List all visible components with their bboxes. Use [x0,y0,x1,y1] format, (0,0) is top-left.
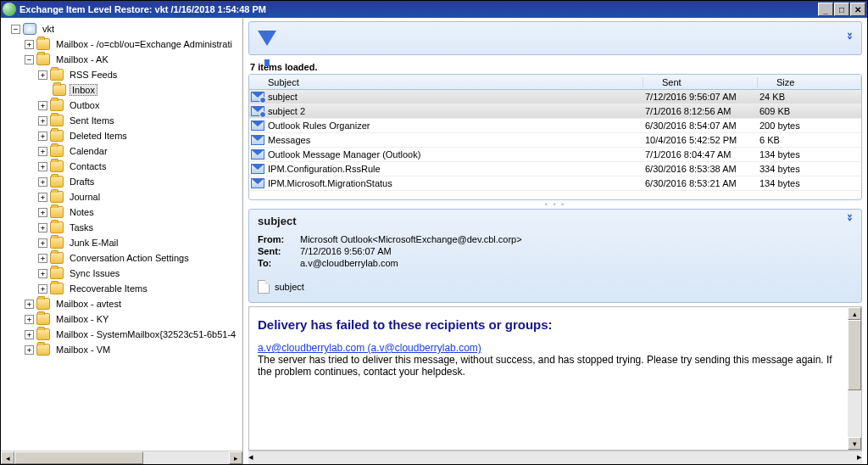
tree-horizontal-scrollbar[interactable]: ◂ ▸ [1,451,242,464]
minimize-button[interactable]: _ [818,3,833,16]
tree-item-sent[interactable]: + Sent Items [4,113,242,128]
tree-label: Mailbox - AK [53,53,111,65]
expander-icon[interactable]: + [38,193,47,202]
expander-icon[interactable]: + [25,300,34,309]
cell-sent: 6/30/2016 8:53:38 AM [645,164,760,174]
folder-tree[interactable]: − vkt + Mailbox - /o=cbl/ou=Exchange Adm… [1,18,242,451]
expander-icon[interactable]: + [38,284,47,294]
scroll-up-icon[interactable]: ▴ [848,307,861,320]
cell-size: 334 bytes [760,164,861,174]
tree-label: Contacts [67,160,108,172]
folder-icon [50,237,64,249]
tree-item-contacts[interactable]: + Contacts [4,159,242,174]
table-row[interactable]: Messages10/4/2016 5:42:52 PM6 KB [249,133,861,148]
expander-icon[interactable]: + [25,345,34,355]
expander-icon[interactable]: + [38,101,47,110]
tree-item-notes[interactable]: + Notes [4,204,242,220]
expander-icon[interactable]: + [25,40,34,49]
table-row[interactable]: Outlook Rules Organizer6/30/2016 8:54:07… [249,119,861,133]
attachment-row[interactable]: subject [258,277,853,297]
expander-icon[interactable]: + [38,254,47,263]
table-row[interactable]: subject7/12/2016 9:56:07 AM24 KB [249,90,861,104]
chevrons-down-icon[interactable]: ˅˅ [847,35,853,42]
cell-sent: 7/1/2016 8:04:47 AM [645,149,760,160]
expander-icon[interactable]: + [38,223,47,232]
tree-item-inbox[interactable]: Inbox [4,82,242,98]
message-preview-header: subject ˅˅ From: Microsoft Outlook<Micro… [248,209,862,303]
preview-subject: subject [258,215,853,227]
expander-icon[interactable]: + [38,208,47,217]
body-heading: Delivery has failed to these recipients … [258,317,839,332]
expander-icon[interactable]: + [38,132,47,141]
mail-icon [251,164,264,174]
cell-sent: 6/30/2016 8:54:07 AM [645,120,760,131]
cell-subject: Messages [268,135,645,145]
tree-item-mailbox-sys[interactable]: + Mailbox - SystemMailbox{32523c51-6b51-… [4,327,242,342]
scroll-right-icon[interactable]: ▸ [857,451,862,464]
expander-icon[interactable]: + [25,330,34,339]
expander-icon[interactable]: + [38,116,47,126]
tree-item-journal[interactable]: + Journal [4,189,242,204]
expander-icon[interactable]: + [38,177,47,187]
tree-item-mailbox-ak[interactable]: − Mailbox - AK [4,52,242,67]
cell-subject: IPM.Microsoft.MigrationStatus [268,178,645,188]
mailbox-icon [36,298,50,310]
folder-icon [50,99,64,111]
to-value: a.v@cloudberrylab.com [300,258,398,268]
tree-item-mailbox-vm[interactable]: + Mailbox - VM [4,342,242,357]
close-button[interactable]: ✕ [850,3,865,16]
tree-label: RSS Feeds [67,69,120,81]
scroll-thumb[interactable] [14,451,143,464]
splitter-handle[interactable]: • • • [248,200,862,209]
table-header[interactable]: Subject Sent Size [249,75,861,90]
mail-icon [251,92,264,102]
tree-label: Recoverable Items [67,283,150,294]
tree-item-recov[interactable]: + Recoverable Items [4,281,242,296]
maximize-button[interactable]: □ [834,3,849,16]
column-size[interactable]: Size [758,77,861,87]
expander-icon[interactable]: + [38,70,47,80]
tree-item-rss[interactable]: + RSS Feeds [4,67,242,82]
body-vertical-scrollbar[interactable]: ▴ ▾ [848,307,861,450]
tree-item-calendar[interactable]: + Calendar [4,143,242,159]
recipient-link[interactable]: a.v@cloudberrylab.com (a.v@cloudberrylab… [258,342,481,354]
chevrons-down-icon[interactable]: ˅˅ [847,216,853,223]
scroll-right-icon[interactable]: ▸ [229,451,242,464]
expander-icon[interactable]: + [38,269,47,278]
from-value: Microsoft Outlook<MicrosoftExchange@dev.… [300,234,522,244]
expander-icon[interactable]: + [38,147,47,156]
body-horizontal-scrollbar[interactable]: ◂ ▸ [248,451,862,464]
tree-item-outbox[interactable]: + Outbox [4,98,242,113]
expander-icon[interactable]: + [38,238,47,248]
tree-root[interactable]: − vkt [4,21,242,36]
tree-item-mailbox-avtest[interactable]: + Mailbox - avtest [4,296,242,311]
column-sent[interactable]: Sent [643,77,758,87]
tree-item-deleted[interactable]: + Deleted Items [4,128,242,143]
tree-label: Notes [67,206,97,218]
table-row[interactable]: Outlook Message Manager (Outlook)7/1/201… [249,148,861,162]
table-row[interactable]: subject 27/1/2016 8:12:56 AM609 KB [249,104,861,119]
cell-size: 200 bytes [760,120,861,131]
tree-item-sync[interactable]: + Sync Issues [4,266,242,281]
scroll-down-icon[interactable]: ▾ [848,437,861,450]
tree-item-junk[interactable]: + Junk E-Mail [4,235,242,250]
tree-item-conv[interactable]: + Conversation Action Settings [4,250,242,266]
tree-item-mailbox-ky[interactable]: + Mailbox - KY [4,311,242,327]
scroll-thumb[interactable] [848,320,861,390]
tree-item-mailbox-exadmin[interactable]: + Mailbox - /o=cbl/ou=Exchange Administr… [4,36,242,52]
expander-icon[interactable]: − [25,55,34,64]
filter-bar[interactable]: ˅˅ [248,21,862,55]
table-row[interactable]: IPM.Configuration.RssRule6/30/2016 8:53:… [249,162,861,176]
tree-item-tasks[interactable]: + Tasks [4,220,242,235]
expander-icon[interactable]: + [25,315,34,324]
table-row[interactable]: IPM.Microsoft.MigrationStatus6/30/2016 8… [249,176,861,191]
window-controls: _ □ ✕ [817,3,865,16]
filter-icon[interactable] [258,31,276,46]
mail-icon [251,149,264,160]
tree-item-drafts[interactable]: + Drafts [4,174,242,189]
column-subject[interactable]: Subject [249,77,643,87]
scroll-left-icon[interactable]: ◂ [1,451,14,464]
expander-icon[interactable]: − [11,25,20,34]
cell-subject: IPM.Configuration.RssRule [268,164,645,174]
expander-icon[interactable]: + [38,162,47,171]
